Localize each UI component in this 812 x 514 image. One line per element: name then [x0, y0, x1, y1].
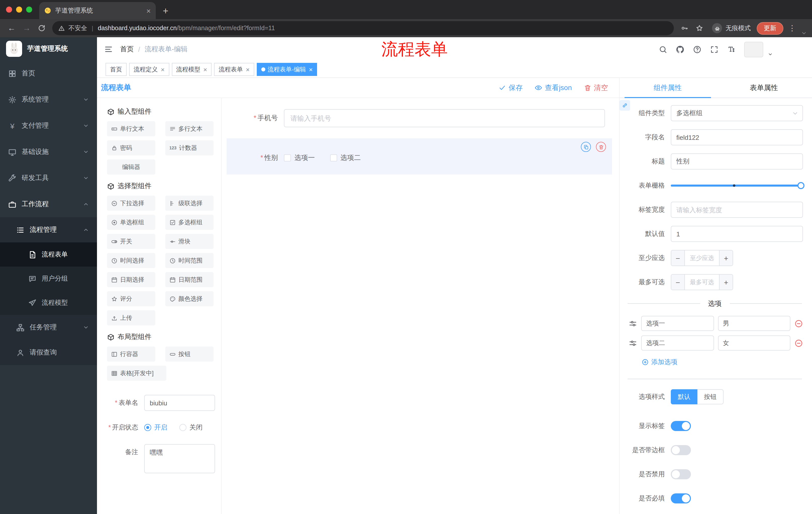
component-time-range[interactable]: 时间范围 — [165, 253, 213, 268]
clear-button[interactable]: 清空 — [584, 83, 608, 92]
gender-option-1[interactable]: 选项一 — [284, 154, 315, 162]
component-button[interactable]: 按钮 — [165, 347, 213, 361]
canvas-field-gender[interactable]: *性别 选项一 选项二 — [227, 138, 612, 174]
border-toggle[interactable] — [671, 445, 691, 455]
show-label-toggle[interactable] — [671, 421, 691, 431]
slider-handle[interactable] — [798, 182, 805, 189]
fullscreen-icon[interactable] — [710, 45, 719, 54]
close-icon[interactable]: × — [203, 66, 207, 73]
new-tab-button[interactable]: + — [156, 6, 175, 19]
breadcrumb-home[interactable]: 首页 — [120, 45, 134, 54]
style-default-button[interactable]: 默认 — [671, 389, 697, 404]
status-radio-off[interactable]: 关闭 — [179, 420, 203, 436]
component-date-range[interactable]: 日期范围 — [165, 272, 213, 287]
password-manager-icon[interactable] — [680, 24, 688, 32]
max-select-value[interactable]: 最多可选 — [685, 275, 719, 290]
style-button-button[interactable]: 按钮 — [697, 389, 724, 404]
component-table[interactable]: 表格[开发中] — [107, 366, 166, 381]
window-minimize-button[interactable] — [16, 6, 22, 12]
close-icon[interactable]: × — [246, 66, 250, 73]
component-upload[interactable]: 上传 — [107, 310, 155, 325]
browser-tab[interactable]: 芋道管理系统 × — [39, 2, 156, 19]
tab-component-props[interactable]: 组件属性 — [619, 78, 716, 98]
component-slider[interactable]: 滑块 — [165, 234, 213, 249]
tag-home[interactable]: 首页 — [106, 63, 127, 76]
status-radio-on[interactable]: 开启 — [144, 420, 167, 436]
user-avatar[interactable] — [744, 42, 763, 57]
drag-handle-icon[interactable] — [629, 319, 637, 328]
component-textarea[interactable]: 多行文本 — [165, 121, 213, 136]
sidebar-item-dev-tools[interactable]: 研发工具 — [0, 165, 97, 191]
component-radio-group[interactable]: 单选框组 — [107, 215, 155, 230]
tag-process-form[interactable]: 流程表单× — [214, 63, 254, 76]
sidebar-item-payment[interactable]: ¥ 支付管理 — [0, 113, 97, 139]
sidebar-item-home[interactable]: 首页 — [0, 60, 97, 86]
toolbar-chevron-icon[interactable] — [801, 30, 807, 36]
component-checkbox-group[interactable]: 多选框组 — [165, 215, 213, 230]
component-row-container[interactable]: 行容器 — [107, 347, 155, 361]
grid-slider[interactable] — [671, 178, 803, 194]
tab-form-props[interactable]: 表单属性 — [716, 78, 812, 98]
option-1-label-input[interactable] — [641, 316, 714, 331]
sidebar-item-system[interactable]: 系统管理 — [0, 86, 97, 113]
refresh-button[interactable] — [38, 24, 46, 32]
forward-button[interactable]: → — [20, 24, 33, 32]
increase-button[interactable]: + — [719, 250, 733, 266]
update-button[interactable]: 更新 — [757, 22, 783, 34]
disabled-toggle[interactable] — [671, 469, 691, 479]
close-icon[interactable]: × — [161, 66, 165, 73]
form-canvas[interactable]: *手机号 *性别 选项一 — [222, 98, 619, 514]
option-2-value-input[interactable] — [718, 335, 790, 351]
component-select[interactable]: 下拉选择 — [107, 196, 155, 211]
sidebar-item-task-mgmt[interactable]: 任务管理 — [0, 315, 97, 340]
close-icon[interactable]: × — [309, 66, 313, 73]
canvas-field-phone[interactable]: *手机号 — [227, 108, 612, 133]
sidebar-item-infra[interactable]: 基础设施 — [0, 139, 97, 165]
phone-input[interactable] — [284, 109, 605, 127]
component-text-input[interactable]: 单行文本 — [107, 121, 155, 136]
font-size-icon[interactable] — [727, 45, 736, 54]
component-switch[interactable]: 开关 — [107, 234, 155, 249]
add-option-button[interactable]: 添加选项 — [642, 358, 803, 367]
component-date-picker[interactable]: 日期选择 — [107, 272, 155, 287]
remark-textarea[interactable]: 嘿嘿 — [144, 444, 215, 473]
component-counter[interactable]: 123计数器 — [165, 140, 213, 155]
view-json-button[interactable]: 查看json — [535, 83, 572, 92]
option-2-label-input[interactable] — [641, 335, 714, 351]
bookmark-star-icon[interactable] — [695, 24, 703, 32]
decrease-button[interactable]: − — [671, 275, 685, 290]
default-value-input[interactable] — [671, 226, 803, 242]
sidebar-item-process-mgmt[interactable]: 流程管理 — [0, 217, 97, 242]
min-select-value[interactable]: 至少应选 — [685, 250, 719, 266]
title-input[interactable] — [671, 154, 803, 169]
tag-process-form-edit[interactable]: 流程表单-编辑× — [257, 63, 317, 76]
search-icon[interactable] — [659, 45, 667, 54]
sidebar-item-process-form[interactable]: 流程表单 — [0, 242, 97, 267]
component-password[interactable]: 密码 — [107, 140, 155, 155]
component-time-picker[interactable]: 时间选择 — [107, 253, 155, 268]
component-rate[interactable]: 评分 — [107, 291, 155, 306]
sidebar-item-leave-query[interactable]: 请假查询 — [0, 340, 97, 365]
remove-option-icon[interactable] — [794, 319, 803, 328]
tab-close-icon[interactable]: × — [146, 7, 151, 14]
component-cascader[interactable]: 级联选择 — [165, 196, 213, 211]
decrease-button[interactable]: − — [671, 250, 685, 266]
sidebar-item-workflow[interactable]: 工作流程 — [0, 191, 97, 217]
remove-option-icon[interactable] — [794, 339, 803, 347]
sidebar-item-user-group[interactable]: 用户分组 — [0, 267, 97, 291]
address-bar[interactable]: 不安全 | dashboard.yudao.iocoder.cn/bpm/man… — [52, 21, 674, 35]
component-color-picker[interactable]: 颜色选择 — [165, 291, 213, 306]
delete-field-button[interactable] — [596, 142, 606, 152]
option-1-value-input[interactable] — [718, 316, 790, 331]
sidebar-item-process-model[interactable]: 流程模型 — [0, 291, 97, 315]
window-zoom-button[interactable] — [26, 6, 32, 12]
sidebar-collapse-icon[interactable] — [104, 45, 113, 54]
back-button[interactable]: ← — [5, 24, 18, 32]
gender-option-2[interactable]: 选项二 — [330, 154, 361, 162]
form-name-input[interactable] — [144, 395, 215, 411]
label-width-input[interactable] — [671, 202, 803, 218]
tag-process-model[interactable]: 流程模型× — [172, 63, 211, 76]
save-button[interactable]: 保存 — [499, 83, 523, 92]
tag-process-definition[interactable]: 流程定义× — [129, 63, 169, 76]
help-icon[interactable] — [693, 45, 701, 54]
